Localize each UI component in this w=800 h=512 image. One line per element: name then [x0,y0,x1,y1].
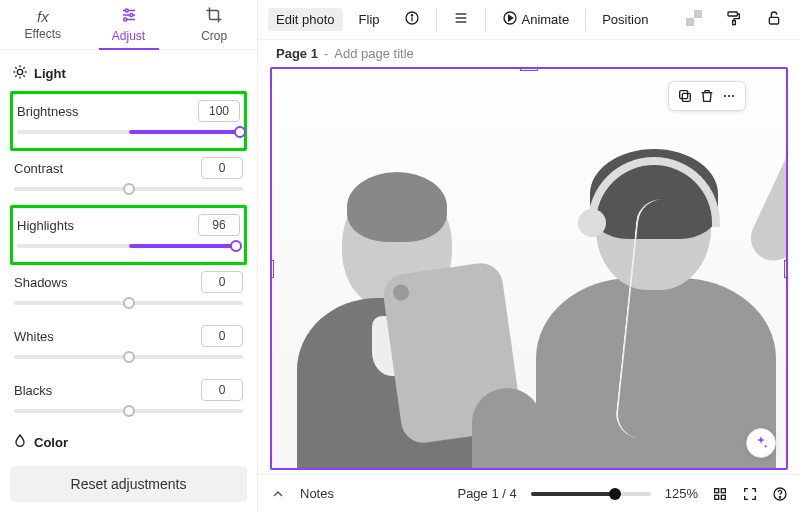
brightness-value-input[interactable]: 100 [198,100,240,122]
reset-adjustments-button[interactable]: Reset adjustments [10,466,247,502]
section-label: Color [34,435,68,450]
lock-open-icon [766,10,782,29]
brightness-thumb[interactable] [234,126,246,138]
shadows-value-input[interactable]: 0 [201,271,243,293]
fullscreen-button[interactable] [742,486,758,502]
tab-label: Effects [25,27,61,41]
duplicate-button[interactable] [677,88,693,104]
whites-thumb[interactable] [123,351,135,363]
paint-roller-icon [726,10,742,29]
svg-rect-34 [715,488,719,492]
shadows-slider[interactable] [14,301,243,305]
zoom-fill [531,492,615,496]
brightness-slider[interactable] [17,130,240,134]
whites-label: Whites [14,329,54,344]
editor-main: Edit photo Flip Animate Position Page 1 … [258,0,800,512]
highlights-label: Highlights [17,218,74,233]
more-button[interactable] [721,88,737,104]
svg-point-6 [17,69,22,74]
editor-footer: Notes Page 1 / 4 125% [258,474,800,512]
droplet-icon [12,433,28,452]
blacks-value-input[interactable]: 0 [201,379,243,401]
align-button[interactable] [445,6,477,33]
contrast-value-input[interactable]: 0 [201,157,243,179]
position-button[interactable]: Position [594,8,656,31]
grid-view-button[interactable] [712,486,728,502]
highlights-thumb[interactable] [230,240,242,252]
svg-rect-36 [715,495,719,499]
help-button[interactable] [772,486,788,502]
contrast-slider[interactable] [14,187,243,191]
page-title-input[interactable]: Add page title [334,46,414,61]
svg-rect-35 [721,488,725,492]
section-color: Color [12,433,247,452]
fx-icon: fx [37,8,49,25]
chevron-up-icon[interactable] [270,486,286,502]
info-icon [404,10,420,29]
tab-adjust[interactable]: Adjust [86,0,172,49]
svg-rect-29 [682,93,690,101]
edit-photo-button[interactable]: Edit photo [268,8,343,31]
svg-point-33 [732,95,734,97]
selected-image[interactable] [270,67,788,470]
zoom-slider[interactable] [531,492,651,496]
page-label: Page 1 [276,46,318,61]
svg-point-1 [125,9,128,12]
tab-label: Crop [201,29,227,43]
highlights-value-input[interactable]: 96 [198,214,240,236]
page-strip: Page 1 - Add page title [258,40,800,67]
separator [585,9,586,31]
play-icon [502,10,518,29]
blacks-label: Blacks [14,383,52,398]
svg-rect-24 [686,10,694,18]
tab-label: Adjust [112,29,145,43]
whites-value-input[interactable]: 0 [201,325,243,347]
control-shadows: Shadows 0 [10,265,247,319]
shadows-thumb[interactable] [123,297,135,309]
lock-button[interactable] [758,6,790,33]
zoom-thumb[interactable] [609,488,621,500]
highlights-slider[interactable] [17,244,240,248]
svg-point-32 [728,95,730,97]
transparency-icon [686,10,702,29]
page-sep: - [324,46,328,61]
svg-line-12 [23,75,24,76]
resize-handle-right[interactable] [784,260,788,278]
adjust-sidebar: fx Effects Adjust Crop Light Brightness … [0,0,258,512]
resize-handle-left[interactable] [270,260,274,278]
separator [485,9,486,31]
sliders-icon [120,6,138,27]
whites-slider[interactable] [14,355,243,359]
magic-button[interactable] [746,428,776,458]
svg-line-13 [15,75,16,76]
zoom-label[interactable]: 125% [665,486,698,501]
section-light: Light [12,64,247,83]
page-counter[interactable]: Page 1 / 4 [457,486,516,501]
transparency-button[interactable] [678,6,710,33]
flip-button[interactable]: Flip [351,8,388,31]
info-button[interactable] [396,6,428,33]
delete-button[interactable] [699,88,715,104]
svg-rect-30 [680,91,688,99]
contrast-label: Contrast [14,161,63,176]
tab-effects[interactable]: fx Effects [0,0,86,49]
svg-line-11 [15,67,16,68]
animate-button[interactable]: Animate [494,6,578,33]
blacks-slider[interactable] [14,409,243,413]
adjust-panel: Light Brightness 100 Contrast 0 Highligh… [0,50,257,456]
copy-style-button[interactable] [718,6,750,33]
contrast-thumb[interactable] [123,183,135,195]
svg-rect-28 [769,17,778,24]
svg-rect-25 [694,18,702,26]
notes-button[interactable]: Notes [300,486,334,501]
tab-crop[interactable]: Crop [171,0,257,49]
contextual-toolbar: Edit photo Flip Animate Position [258,0,800,40]
control-blacks: Blacks 0 [10,373,247,427]
blacks-thumb[interactable] [123,405,135,417]
sun-icon [12,64,28,83]
svg-point-39 [779,496,780,497]
svg-marker-22 [508,15,512,20]
resize-handle-top[interactable] [520,67,538,71]
control-brightness: Brightness 100 [10,91,247,151]
crop-icon [205,6,223,27]
